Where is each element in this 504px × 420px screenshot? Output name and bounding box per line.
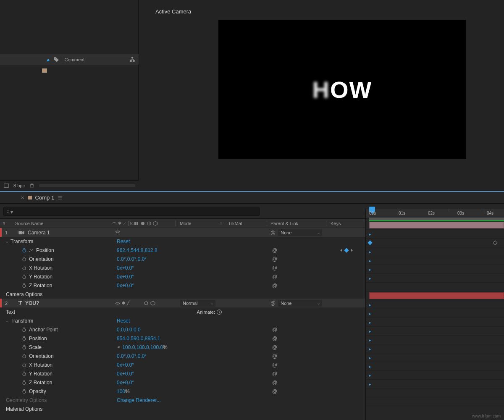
svg-point-39 (141, 222, 144, 225)
stopwatch-icon[interactable] (22, 344, 26, 350)
prev-key-icon[interactable] (340, 249, 342, 252)
cti-marker-icon: ▸ (369, 303, 371, 307)
next-key-icon[interactable] (351, 249, 353, 252)
layer-name: YOU? (25, 300, 39, 306)
svg-point-45 (23, 276, 26, 278)
timeline-search-input[interactable]: ⌕ ▾ (3, 207, 260, 216)
tag-icon[interactable] (53, 57, 59, 63)
text-layer-icon: T (18, 300, 22, 306)
project-item-comp[interactable] (0, 65, 139, 76)
trash-icon[interactable] (29, 183, 35, 189)
tab-menu-icon[interactable] (58, 195, 63, 200)
reset-button[interactable]: Reset (117, 318, 182, 324)
col-parent: Parent & Link (266, 221, 326, 226)
switch-3d-icon[interactable] (150, 301, 155, 306)
svg-point-47 (144, 302, 148, 305)
bpc-label[interactable]: 8 bpc (13, 183, 25, 188)
stopwatch-icon[interactable] (22, 265, 26, 271)
stopwatch-icon[interactable] (22, 371, 26, 377)
switch-line-icon[interactable]: ╱ (127, 301, 129, 305)
cti-marker-icon: ▸ (369, 232, 371, 236)
expression-pickwhip-icon[interactable]: @ (272, 247, 277, 253)
cti-marker-icon: ▸ (369, 382, 371, 386)
svg-point-44 (23, 267, 26, 270)
time-ruler[interactable]: 00s 01s 02s 03s 04s (366, 209, 504, 218)
switch-adjustment-icon[interactable] (147, 221, 152, 226)
svg-point-54 (23, 381, 26, 384)
stopwatch-icon[interactable] (22, 274, 26, 280)
cti-marker-icon: ▸ (369, 268, 371, 272)
stopwatch-icon[interactable] (22, 336, 26, 341)
link-icon[interactable]: ⚭ (117, 344, 121, 350)
switch-sun-icon[interactable]: ⟋ (123, 221, 127, 226)
stopwatch-icon[interactable] (22, 327, 26, 333)
svg-point-55 (23, 390, 26, 393)
svg-point-51 (23, 355, 26, 358)
blend-mode-dropdown[interactable]: Normal⌵ (180, 300, 215, 307)
switch-motion-blur-icon[interactable] (140, 221, 145, 226)
col-mode: Mode (176, 221, 220, 226)
parent-dropdown[interactable]: None⌵ (278, 229, 322, 236)
cti-marker-icon: ▸ (369, 373, 371, 378)
change-renderer-link[interactable]: Change Renderer... (117, 397, 182, 403)
svg-rect-2 (130, 60, 132, 61)
switch-star-icon[interactable]: ✱ (118, 221, 121, 226)
cti-marker-icon: ▸ (369, 276, 371, 281)
stopwatch-icon[interactable] (22, 380, 26, 386)
stopwatch-icon[interactable] (22, 388, 26, 394)
switch-mb-icon[interactable] (144, 301, 149, 306)
project-footer: 8 bpc (0, 180, 139, 190)
camera-layer-bar[interactable] (369, 222, 504, 228)
svg-point-0 (55, 58, 55, 59)
switch-shy-icon[interactable] (115, 301, 120, 306)
parent-dropdown[interactable]: None⌵ (278, 300, 322, 307)
comp-tab[interactable]: × Comp 1 (0, 192, 504, 204)
col-switches: ✱ ⟋ fx (110, 221, 175, 226)
switch-star-icon[interactable]: ✱ (122, 301, 125, 305)
svg-rect-38 (136, 222, 138, 225)
svg-point-52 (23, 364, 26, 367)
switch-frame-blend-icon[interactable] (134, 221, 139, 226)
pickwhip-icon[interactable]: @ (270, 300, 276, 306)
project-panel: ▲ Comment 8 bpc (0, 0, 139, 190)
stopwatch-icon[interactable] (22, 256, 26, 262)
layer-number: 2 (2, 301, 11, 306)
close-tab-icon[interactable]: × (21, 194, 24, 201)
graph-icon[interactable] (29, 247, 34, 253)
svg-point-48 (23, 328, 26, 331)
ruler-tick: 00s (369, 211, 376, 215)
cti-marker-icon: ▸ (369, 347, 371, 351)
stopwatch-icon[interactable] (22, 283, 26, 289)
flowchart-icon[interactable] (129, 57, 135, 63)
preview-canvas[interactable]: HOW (218, 20, 466, 159)
comp-tab-name: Comp 1 (35, 194, 55, 201)
preview-text-content: HOW (312, 76, 373, 103)
add-key-icon[interactable] (344, 248, 349, 252)
sort-arrow-icon[interactable]: ▲ (46, 57, 51, 63)
svg-point-42 (23, 249, 26, 252)
reset-button[interactable]: Reset (117, 239, 182, 244)
comp-color-swatch (42, 68, 47, 73)
animate-button[interactable]: Animate: (197, 310, 222, 315)
stopwatch-active-icon[interactable] (22, 247, 26, 253)
tab-color-swatch (28, 196, 32, 200)
switch-label-icon[interactable] (115, 229, 120, 235)
stopwatch-icon[interactable] (22, 353, 26, 359)
keyframe[interactable] (368, 240, 372, 245)
stopwatch-icon[interactable] (22, 362, 26, 368)
timeline-panel: × Comp 1 ⌕ ▾ # Source Name ✱ ⟋ fx (0, 191, 504, 420)
switch-fx-icon[interactable]: fx (130, 221, 133, 226)
col-number: # (0, 221, 5, 226)
switch-shy-icon[interactable] (112, 221, 117, 226)
position-value[interactable]: 962.4,544.8,812.8 (117, 247, 182, 253)
layer-name: Camera 1 (28, 230, 50, 236)
project-scrollbar[interactable] (39, 184, 135, 187)
watermark: www.frfam.com (472, 414, 501, 418)
text-layer-bar[interactable] (369, 292, 504, 299)
col-t: T (220, 221, 228, 226)
interpret-icon[interactable] (3, 183, 9, 189)
keyframe[interactable] (493, 240, 497, 245)
switch-3d-icon[interactable] (153, 221, 158, 226)
pickwhip-icon[interactable]: @ (270, 230, 276, 236)
timeline-ruler-area[interactable]: 00s 01s 02s 03s 04s ▸ ▸ ▸ ▸ ▸ ▸ ▸ ▸ ▸ ▸ … (365, 209, 504, 420)
